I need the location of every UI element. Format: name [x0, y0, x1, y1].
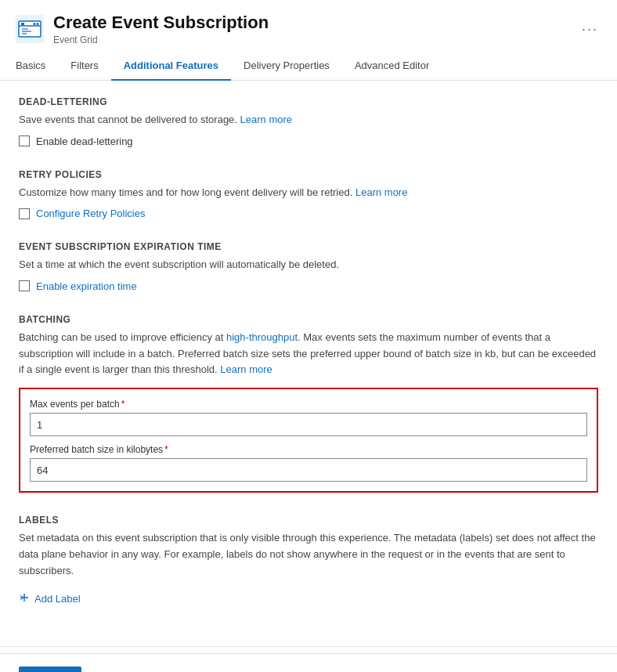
expiration-section: EVENT SUBSCRIPTION EXPIRATION TIME Set a…: [19, 241, 598, 292]
preferred-batch-label: Preferred batch size in kilobytes*: [30, 444, 587, 455]
dead-lettering-checkbox-label[interactable]: Enable dead-lettering: [36, 135, 133, 147]
expiration-checkbox-row: Enable expiration time: [19, 280, 598, 292]
dead-lettering-checkbox[interactable]: [19, 135, 30, 146]
main-content: DEAD-LETTERING Save events that cannot b…: [0, 81, 617, 645]
dead-lettering-section: DEAD-LETTERING Save events that cannot b…: [19, 96, 598, 147]
add-label-icon: [19, 592, 30, 605]
preferred-batch-required: *: [164, 444, 168, 455]
header: Create Event Subscription Event Grid ···: [0, 0, 617, 52]
page-subtitle: Event Grid: [53, 34, 569, 45]
batching-section: BATCHING Batching can be used to improve…: [19, 314, 598, 493]
preferred-batch-input[interactable]: [30, 458, 587, 482]
max-events-required: *: [121, 399, 125, 410]
svg-rect-3: [21, 23, 24, 25]
dead-lettering-learn-more[interactable]: Learn more: [240, 114, 292, 125]
expiration-title: EVENT SUBSCRIPTION EXPIRATION TIME: [19, 241, 598, 252]
max-events-field-group: Max events per batch*: [30, 399, 587, 436]
tab-filters[interactable]: Filters: [58, 52, 110, 81]
svg-point-4: [34, 23, 36, 25]
retry-policies-checkbox[interactable]: [19, 208, 30, 219]
max-events-label: Max events per batch*: [30, 399, 587, 410]
dead-lettering-desc: Save events that cannot be delivered to …: [19, 112, 598, 128]
expiration-checkbox-label[interactable]: Enable expiration time: [36, 280, 137, 292]
dead-lettering-desc-text: Save events that cannot be delivered to …: [19, 114, 237, 125]
footer-divider: [0, 646, 617, 647]
page-title: Create Event Subscription: [53, 13, 569, 33]
batching-highlight: high-throughput: [226, 331, 298, 343]
more-options-icon[interactable]: ···: [579, 18, 601, 41]
retry-policies-learn-more[interactable]: Learn more: [355, 186, 407, 198]
batching-learn-more[interactable]: Learn more: [220, 363, 272, 375]
create-button[interactable]: Create: [19, 667, 81, 672]
retry-policies-desc: Customize how many times and for how lon…: [19, 185, 598, 201]
retry-policies-checkbox-label[interactable]: Configure Retry Policies: [36, 208, 145, 219]
retry-policies-section: RETRY POLICIES Customize how many times …: [19, 169, 598, 220]
retry-policies-desc-text: Customize how many times and for how lon…: [19, 186, 352, 198]
tabs-navigation: Basics Filters Additional Features Deliv…: [0, 52, 617, 81]
header-text: Create Event Subscription Event Grid: [53, 13, 569, 45]
batching-fields-box: Max events per batch* Preferred batch si…: [19, 388, 598, 493]
header-icon: [16, 15, 44, 43]
batching-desc: Batching can be used to improve efficien…: [19, 330, 598, 378]
retry-policies-title: RETRY POLICIES: [19, 169, 598, 180]
expiration-desc: Set a time at which the event subscripti…: [19, 257, 598, 273]
footer: Create: [0, 653, 617, 672]
labels-desc: Set metadata on this event subscription …: [19, 530, 598, 579]
expiration-checkbox[interactable]: [19, 280, 30, 291]
svg-point-5: [37, 23, 39, 25]
tab-delivery-properties[interactable]: Delivery Properties: [231, 52, 342, 81]
tab-additional-features[interactable]: Additional Features: [111, 52, 231, 81]
dead-lettering-checkbox-row: Enable dead-lettering: [19, 135, 598, 147]
retry-policies-checkbox-row: Configure Retry Policies: [19, 208, 598, 219]
tab-advanced-editor[interactable]: Advanced Editor: [342, 52, 442, 81]
add-label-button[interactable]: Add Label: [19, 589, 81, 609]
tab-basics[interactable]: Basics: [16, 52, 58, 81]
dead-lettering-title: DEAD-LETTERING: [19, 96, 598, 107]
add-label-text: Add Label: [34, 593, 81, 605]
max-events-input[interactable]: [30, 413, 587, 436]
labels-title: LABELS: [19, 515, 598, 526]
labels-section: LABELS Set metadata on this event subscr…: [19, 515, 598, 608]
batching-title: BATCHING: [19, 314, 598, 325]
preferred-batch-field-group: Preferred batch size in kilobytes*: [30, 444, 587, 482]
